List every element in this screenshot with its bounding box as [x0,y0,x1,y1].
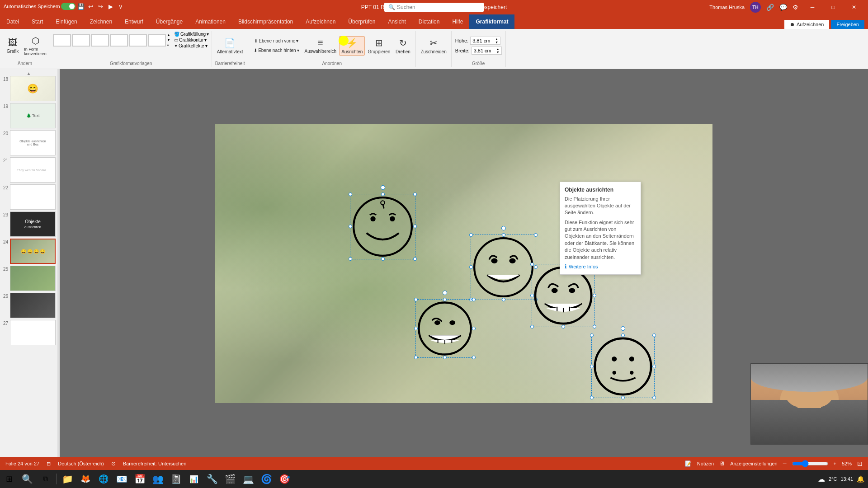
taskbar-app2[interactable]: 🎬 [221,470,239,488]
handle-br-1[interactable] [413,257,417,261]
handle-bl-3[interactable] [530,325,534,328]
slide-thumb-25[interactable]: 25 [2,266,56,291]
notification-button[interactable]: 🔔 [857,475,864,483]
handle-mr-4[interactable] [472,327,476,330]
handle-mr-1[interactable] [413,225,417,228]
taskbar-calendar[interactable]: 📅 [131,470,149,488]
taskbar-app5[interactable]: 🎯 [275,470,293,488]
rotate-handle-2[interactable] [501,226,506,230]
slide-thumb-19[interactable]: 19 🌲 Text [2,103,56,128]
slide-panel[interactable]: ▲ 18 😄 19 🌲 Text 20 Objekte ausrichtenun… [0,69,58,457]
handle-bm-1[interactable] [381,257,385,261]
taskbar-mail[interactable]: 📧 [113,470,131,488]
slide-layout-icon[interactable]: ⊟ [47,461,51,467]
handle-mr-3[interactable] [593,294,596,297]
undo-icon[interactable]: ↩ [86,2,95,11]
ebene-vorne-button[interactable]: ⬆ Ebene nach vorne ▾ [251,37,302,45]
style-3[interactable] [91,34,109,47]
width-input[interactable] [474,48,496,53]
tab-grafikformat[interactable]: Grafikformat [469,14,514,29]
zoom-level[interactable]: 52% [842,461,852,466]
share-icon[interactable]: 🔗 [766,4,774,11]
slide-thumb-26[interactable]: 26 [2,293,56,318]
slide-thumb-27[interactable]: 27 [2,320,56,345]
width-down[interactable]: ▼ [496,51,500,54]
handle-tl-3[interactable] [530,263,534,266]
ausrichten-button[interactable]: ⚡ Ausrichten [339,36,365,56]
style-6[interactable] [148,34,166,47]
user-avatar[interactable]: TH [750,2,761,13]
handle-tr-1[interactable] [413,192,417,196]
handle-bm-4[interactable] [443,356,447,359]
notes-label[interactable]: Notizen [697,461,714,466]
tab-einfuegen[interactable]: Einfügen [49,14,83,29]
emoji-container-2[interactable] [471,235,536,300]
slide-thumb-18[interactable]: 18 😄 [2,76,56,101]
aufzeichnen-button[interactable]: ⏺ Aufzeichnen [784,20,830,29]
tab-zeichnen[interactable]: Zeichnen [84,14,118,29]
gruppieren-button[interactable]: ⊞ Gruppieren [366,37,392,55]
save-icon[interactable]: 💾 [76,2,85,11]
handle-tm-4[interactable] [443,298,447,301]
emoji-container-4[interactable] [415,299,474,358]
handle-tm-2[interactable] [502,233,505,237]
minimize-button[interactable]: ─ [802,0,823,14]
grafikkontur-button[interactable]: ▭ Grafikkontur ▾ [174,38,209,42]
style-more[interactable]: ▲ ▼ ≡ [167,33,173,47]
handle-br-3[interactable] [593,325,596,328]
language[interactable]: Deutsch (Österreich) [58,461,104,466]
handle-br-5[interactable] [652,396,656,399]
rotate-handle-4[interactable] [443,291,447,295]
fit-slide-icon[interactable]: ⊡ [857,460,863,467]
handle-tl-1[interactable] [349,192,352,196]
tab-bildschirm[interactable]: Bildschirmpräsentation [232,14,299,29]
handle-br-4[interactable] [472,356,476,359]
handle-tr-5[interactable] [652,333,656,337]
handle-tm-5[interactable] [621,333,625,337]
slide-thumb-23[interactable]: 23 Objekte ausrichten [2,211,56,237]
handle-tl-5[interactable] [590,333,594,337]
tab-aufzeichnen[interactable]: Aufzeichnen [299,14,342,29]
handle-bl-1[interactable] [349,257,352,261]
grafik-button[interactable]: 🖼 Grafik [3,37,23,55]
height-down[interactable]: ▼ [495,41,498,44]
more-icon[interactable]: ∨ [116,2,125,11]
tab-start[interactable]: Start [25,14,49,29]
in-form-button[interactable]: ⬡ In Form konvertieren [24,34,47,57]
slide-thumb-21[interactable]: 21 They went to Sahara... [2,157,56,183]
slide-thumb-20[interactable]: 20 Objekte ausrichtenund Bes [2,130,56,155]
tab-entwurf[interactable]: Entwurf [118,14,150,29]
settings-icon[interactable]: ⚙ [793,4,798,11]
emoji-container-1[interactable] [350,194,415,259]
taskbar-firefox[interactable]: 🦊 [76,470,94,488]
accessibility-label[interactable]: Barrierefreiheit: Untersuchen [123,461,187,466]
comment-icon[interactable]: 💬 [779,4,787,11]
slide-thumb-24[interactable]: 24 😄 😄 😄 😄 [2,239,56,264]
handle-tl-4[interactable] [414,298,418,301]
cloud-icon[interactable]: ☁ [818,475,825,483]
handle-ml-5[interactable] [590,365,594,368]
grafik-fuellung-button[interactable]: 🪣 Grafikfüllung ▾ [174,32,209,37]
handle-mr-5[interactable] [652,365,656,368]
tab-hilfe[interactable]: Hilfe [446,14,469,29]
taskbar-app4[interactable]: 🌀 [257,470,275,488]
handle-ml-1[interactable] [349,225,352,228]
rotate-handle-1[interactable] [381,185,385,190]
zoom-in-icon[interactable]: + [834,461,836,466]
taskbar-powerpoint[interactable]: 📊 [185,470,203,488]
autosave-toggle[interactable] [61,3,75,10]
search-input[interactable] [397,4,478,10]
handle-ml-2[interactable] [469,265,473,269]
tab-uebergaenge[interactable]: Übergänge [150,14,189,29]
tab-ansicht[interactable]: Ansicht [382,14,412,29]
taskbar-onenote[interactable]: 📓 [167,470,185,488]
style-4[interactable] [110,34,128,47]
handle-bm-2[interactable] [502,298,505,301]
handle-tr-2[interactable] [534,233,538,237]
redo-icon[interactable]: ↪ [96,2,105,11]
tab-ueberpruefen[interactable]: Überprüfen [342,14,382,29]
taskbar-chrome[interactable]: 🌐 [94,470,113,488]
handle-bm-5[interactable] [621,396,625,399]
height-up[interactable]: ▲ [495,38,498,41]
handle-ml-4[interactable] [414,327,418,330]
